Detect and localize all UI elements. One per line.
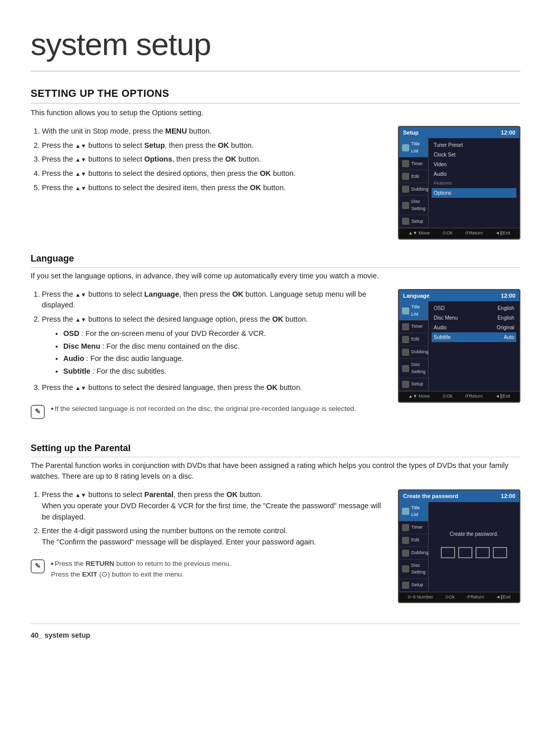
menu-row: Audio <box>432 169 516 179</box>
menu-row: AudioOriginal <box>432 323 516 332</box>
list-item: Press the ▲▼ buttons to select the desir… <box>42 183 383 194</box>
sidebar-item: Timer <box>399 522 428 534</box>
sidebar-item: Setup <box>399 579 428 592</box>
note-icon: ✎ <box>31 405 45 419</box>
screen-time: 12:00 <box>501 492 515 501</box>
menu-row: OSDEnglish <box>432 303 516 313</box>
section-parental: Setting up the Parental The Parental fun… <box>31 441 520 604</box>
screen-bottom-bar: ▲▼ Move ⊙Ok ↺Return ◄‖Exit <box>399 228 519 239</box>
screen-bottom-bar: 0~9 Number ⊙Ok ↺Return ◄‖Exit <box>399 592 519 603</box>
list-item: Press the ▲▼ buttons to select Parental,… <box>42 489 383 523</box>
password-box-1 <box>441 547 455 558</box>
list-item: Audio : For the disc audio language. <box>63 353 383 364</box>
language-screen: Language 12:00 Title List Timer Edit Dub… <box>398 289 520 403</box>
section2-heading: Language <box>31 252 520 268</box>
section-language: Language If you set the language options… <box>31 252 520 429</box>
screen-sidebar: Title List Timer Edit Dubbing Disc Setti… <box>399 502 429 592</box>
section2-steps-list: Press the ▲▼ buttons to select Language,… <box>31 289 383 394</box>
screen-password-content: Create the password. <box>429 502 519 592</box>
list-item: Enter the 4-digit password using the num… <box>42 526 383 548</box>
password-box-3 <box>475 547 490 558</box>
screen-top-bar: Create the password 12:00 <box>399 490 519 502</box>
password-box-2 <box>458 547 472 558</box>
screen-title: Create the password <box>403 492 458 501</box>
sidebar-item: Timer <box>399 321 428 333</box>
screen-top-bar: Language 12:00 <box>399 290 519 302</box>
page-title: system setup <box>31 20 520 71</box>
sidebar-item: Dubbing <box>399 547 428 560</box>
sidebar-item: Title List <box>399 502 428 522</box>
screen-time: 12:00 <box>501 128 515 137</box>
password-box-4 <box>493 547 507 558</box>
screen-sidebar: Title List Timer Edit Dubbing Disc Setti… <box>399 301 429 391</box>
bottom-ok: ⊙Ok <box>445 594 455 601</box>
sidebar-item: Disc Setting <box>399 196 428 215</box>
screen-menu-content: OSDEnglish Disc MenuEnglish AudioOrigina… <box>429 301 519 391</box>
bottom-exit: ◄‖Exit <box>495 230 510 237</box>
sidebar-item: Dubbing <box>399 346 428 359</box>
screen-bottom-bar: ▲▼ Move ⊙Ok ↺Return ◄‖Exit <box>399 391 519 402</box>
bottom-move: ▲▼ Move <box>408 393 430 400</box>
bottom-ok: ⊙Ok <box>442 393 453 400</box>
parental-screen: Create the password 12:00 Title List Tim… <box>398 489 520 603</box>
menu-section-label: Features <box>432 179 516 188</box>
sidebar-item: Disc Setting <box>399 359 428 378</box>
screen-body: Title List Timer Edit Dubbing Disc Setti… <box>399 138 519 228</box>
sidebar-item: Edit <box>399 534 428 547</box>
sidebar-item: Edit <box>399 170 428 183</box>
parental-note: ✎ Press the RETURN button to return to t… <box>31 555 383 583</box>
list-item: Press the ▲▼ buttons to select the desir… <box>42 382 383 394</box>
screen-top-bar: Setup 12:00 <box>399 127 519 139</box>
section3-steps-list: Press the ▲▼ buttons to select Parental,… <box>31 489 383 548</box>
bottom-return: ↺Return <box>466 594 484 601</box>
list-item: Disc Menu : For the disc menu contained … <box>63 341 383 352</box>
bottom-exit: ◄‖Exit <box>495 393 510 400</box>
section3-content: Press the ▲▼ buttons to select Parental,… <box>31 489 520 603</box>
sidebar-item: Disc Setting <box>399 560 428 579</box>
section3-screen: Create the password 12:00 Title List Tim… <box>398 489 520 603</box>
list-item: Press the ▲▼ buttons to select Language,… <box>42 289 383 311</box>
section1-steps-list: With the unit in Stop mode, press the ME… <box>31 126 383 194</box>
language-options-list: OSD : For the on-screen menu of your DVD… <box>42 328 383 377</box>
list-item: Subtitle : For the disc subtitles. <box>63 366 383 377</box>
create-password-text: Create the password. <box>449 530 498 538</box>
bottom-number: 0~9 Number <box>408 594 433 601</box>
section-setting-options: SETTING UP THE OPTIONS This function all… <box>31 86 520 240</box>
sidebar-item: Setup <box>399 378 428 391</box>
menu-row-highlighted: SubtitleAuto <box>432 332 516 342</box>
sidebar-item: Title List <box>399 301 428 321</box>
bottom-move: ▲▼ Move <box>408 230 430 237</box>
screen-sidebar: Title List Timer Edit Dubbing Disc Setti… <box>399 138 429 228</box>
section1-heading: SETTING UP THE OPTIONS <box>31 86 520 103</box>
screen-time: 12:00 <box>501 292 515 300</box>
list-item: Press the ▲▼ buttons to select Setup, th… <box>42 140 383 151</box>
menu-row: Clock Set <box>432 150 516 160</box>
section2-steps-col: Press the ▲▼ buttons to select Language,… <box>31 289 383 429</box>
sidebar-item: Timer <box>399 158 428 170</box>
menu-row: Video <box>432 160 516 169</box>
section1-content: With the unit in Stop mode, press the ME… <box>31 126 520 240</box>
sidebar-item: Edit <box>399 333 428 346</box>
section3-steps-col: Press the ▲▼ buttons to select Parental,… <box>31 489 383 590</box>
page-footer: 40_ system setup <box>31 623 520 641</box>
sidebar-item: Dubbing <box>399 183 428 196</box>
sidebar-item: Title List <box>399 138 428 158</box>
password-boxes <box>441 547 507 558</box>
screen-body: Title List Timer Edit Dubbing Disc Setti… <box>399 301 519 391</box>
bottom-ok: ⊙Ok <box>442 230 453 237</box>
list-item: Press the ▲▼ buttons to select Options, … <box>42 154 383 165</box>
menu-row: Tuner Preset <box>432 140 516 150</box>
list-item: With the unit in Stop mode, press the ME… <box>42 126 383 137</box>
menu-row: Disc MenuEnglish <box>432 313 516 323</box>
section3-intro: The Parental function works in conjuncti… <box>31 460 520 483</box>
menu-row-highlighted: Options <box>432 188 516 198</box>
list-item: Press the ▲▼ buttons to select the desir… <box>42 314 383 377</box>
bottom-return: ↺Return <box>465 393 483 400</box>
screen-body: Title List Timer Edit Dubbing Disc Setti… <box>399 502 519 592</box>
list-item: Press the ▲▼ buttons to select the desir… <box>42 168 383 179</box>
setup-screen: Setup 12:00 Title List Timer Edit Dubbin… <box>398 126 520 240</box>
screen-title: Setup <box>403 128 419 137</box>
screen-menu-content: Tuner Preset Clock Set Video Audio Featu… <box>429 138 519 228</box>
bottom-exit: ◄‖Exit <box>496 594 511 601</box>
note-text: Press the RETURN button to return to the… <box>51 558 231 580</box>
